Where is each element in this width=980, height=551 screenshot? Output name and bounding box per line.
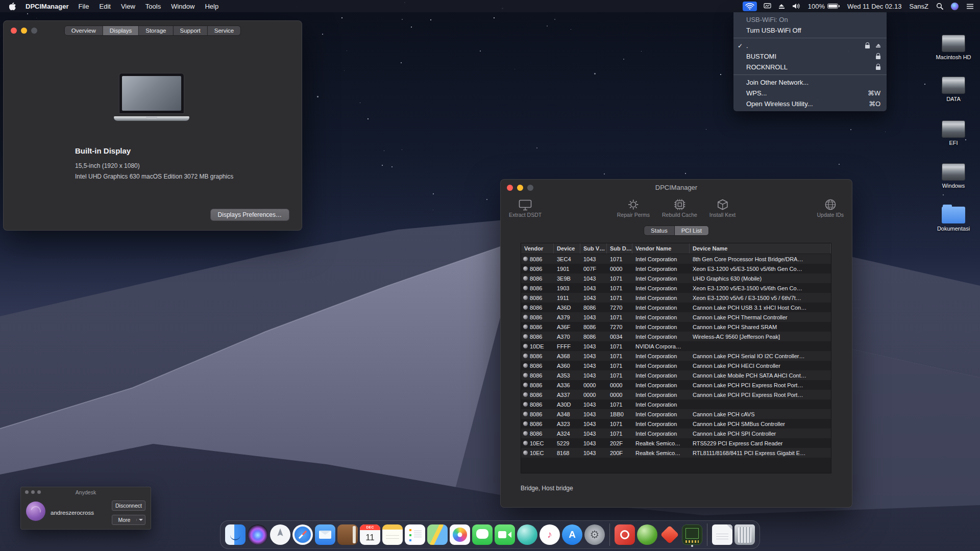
menu-view[interactable]: View xyxy=(116,3,140,10)
wifi-network-item[interactable]: BUSTOMI xyxy=(733,51,887,62)
toolbar-repair-perms[interactable]: Repair Perms xyxy=(617,197,650,218)
notification-center-icon[interactable] xyxy=(966,4,974,9)
dock-icon-safari[interactable] xyxy=(292,524,313,545)
desktop-icon-efi[interactable]: EFI xyxy=(929,120,978,146)
table-row[interactable]: 8086A36D80867270Intel CorporationCannon … xyxy=(521,303,831,312)
menu-help[interactable]: Help xyxy=(200,3,224,10)
table-row[interactable]: 8086A37910431071Intel CorporationCannon … xyxy=(521,312,831,322)
volume-menu-icon[interactable] xyxy=(792,3,800,9)
column-header-device-name[interactable]: Device Name xyxy=(690,243,831,254)
table-row[interactable]: 80863EC410431071Intel Corporation8th Gen… xyxy=(521,254,831,264)
table-row[interactable]: 80863E9B10431071Intel CorporationUHD Gra… xyxy=(521,273,831,283)
dock-icon-reminders[interactable] xyxy=(405,524,425,545)
dock-icon-calendar[interactable]: DEC11 xyxy=(360,524,380,545)
table-row[interactable]: 8086A36F80867270Intel CorporationCannon … xyxy=(521,322,831,332)
column-header-device[interactable]: Device xyxy=(554,243,580,254)
dock-icon-maps[interactable] xyxy=(427,524,448,545)
table-row[interactable]: 8086A32310431071Intel CorporationCannon … xyxy=(521,419,831,429)
menu-edit[interactable]: Edit xyxy=(94,3,115,10)
clock-menu-item[interactable]: Wed 11 Dec 02.13 xyxy=(847,3,901,10)
dock-icon-app-red[interactable] xyxy=(615,524,635,545)
dock-icon-trash[interactable] xyxy=(734,524,755,545)
table-row[interactable]: 8086A30D10431071Intel Corporation xyxy=(521,399,831,409)
dock-icon-app-store[interactable]: A xyxy=(562,524,582,545)
wifi-network-item[interactable]: ✓. xyxy=(733,40,887,51)
siri-menu-icon[interactable] xyxy=(951,3,959,10)
wifi-menu-wps[interactable]: WPS...⌘W xyxy=(733,88,887,98)
active-app-menu[interactable]: DPCIManager xyxy=(21,3,74,10)
dock-icon-messages[interactable] xyxy=(472,524,493,545)
toolbar-install-kext[interactable]: Install Kext xyxy=(709,197,736,218)
dock-icon-system-preferences[interactable]: ⚙ xyxy=(584,524,605,545)
wifi-network-item[interactable]: ROCKNROLL xyxy=(733,62,887,72)
tab-support[interactable]: Support xyxy=(174,26,208,35)
menu-tools[interactable]: Tools xyxy=(140,3,166,10)
menu-file[interactable]: File xyxy=(74,3,94,10)
dock-icon-app-pcb[interactable] xyxy=(682,524,702,545)
monitor-status-icon[interactable] xyxy=(764,3,771,9)
cell: 7270 xyxy=(607,322,632,332)
wifi-menu-join-other-network[interactable]: Join Other Network... xyxy=(733,77,887,88)
tab-pci-list[interactable]: PCI List xyxy=(675,226,708,235)
table-row[interactable]: 8086191110431071Intel CorporationXeon E3… xyxy=(521,293,831,303)
table-row[interactable]: 8086A32410431071Intel CorporationCannon … xyxy=(521,429,831,438)
menu-window[interactable]: Window xyxy=(166,3,200,10)
table-row[interactable]: 10EC81681043200FRealtek Semico…RTL8111/8… xyxy=(521,448,831,458)
eject-menu-icon[interactable] xyxy=(779,4,785,9)
table-row[interactable]: 8086A35310431071Intel CorporationCannon … xyxy=(521,370,831,380)
table-row[interactable]: 8086A34810431BB0Intel CorporationCannon … xyxy=(521,409,831,419)
wifi-menu-icon[interactable] xyxy=(743,2,757,11)
dock-icon-siri[interactable] xyxy=(248,524,268,545)
close-button[interactable] xyxy=(11,28,17,34)
table-row[interactable]: 80861901007F0000Intel CorporationXeon E3… xyxy=(521,264,831,273)
dock-icon-photos[interactable] xyxy=(450,524,470,545)
dock-icon-launchpad[interactable] xyxy=(270,524,290,545)
table-row[interactable]: 8086A36010431071Intel CorporationCannon … xyxy=(521,361,831,370)
dock-icon-contacts[interactable] xyxy=(337,524,358,545)
dock-icon-facetime[interactable] xyxy=(495,524,515,545)
column-header-vendor[interactable]: Vendor xyxy=(521,243,554,254)
table-row[interactable]: 8086A33700000000Intel CorporationCannon … xyxy=(521,390,831,399)
dock-icon-notes[interactable] xyxy=(382,524,403,545)
disconnect-button[interactable]: Disconnect xyxy=(112,500,145,511)
tab-displays[interactable]: Displays xyxy=(103,26,139,35)
dock-icon-app-green[interactable] xyxy=(637,524,657,545)
desktop-icon-data[interactable]: DATA xyxy=(929,77,978,102)
tab-storage[interactable]: Storage xyxy=(139,26,173,35)
wifi-menu-open-wireless-utility[interactable]: Open Wireless Utility...⌘O xyxy=(733,98,887,109)
column-header-sub-v[interactable]: Sub V… xyxy=(580,243,607,254)
dock-icon-mail[interactable] xyxy=(315,524,335,545)
desktop-icon-dokumentasi[interactable]: Dokumentasi xyxy=(929,205,978,232)
tab-service[interactable]: Service xyxy=(208,26,240,35)
displays-preferences-button[interactable]: Displays Preferences… xyxy=(210,209,289,221)
toolbar-extract-dsdt[interactable]: Extract DSDT xyxy=(509,197,542,218)
table-row[interactable]: 8086A36810431071Intel CorporationCannon … xyxy=(521,351,831,361)
table-row[interactable]: 10DEFFFF10431071NVIDIA Corpora… xyxy=(521,341,831,351)
wifi-toggle-item[interactable]: Turn USB-WiFi Off xyxy=(733,25,887,36)
more-button[interactable]: More xyxy=(112,515,145,525)
table-row[interactable]: 8086190310431071Intel CorporationXeon E3… xyxy=(521,283,831,293)
desktop-icon-macintosh-hd[interactable]: Macintosh HD xyxy=(929,35,978,60)
dock-icon-itunes[interactable]: ♪ xyxy=(540,524,560,545)
apple-menu-icon[interactable] xyxy=(9,3,16,10)
tab-overview[interactable]: Overview xyxy=(65,26,103,35)
minimize-button[interactable] xyxy=(21,28,27,34)
zoom-button[interactable] xyxy=(31,28,37,34)
toolbar-update-ids[interactable]: Update IDs xyxy=(817,197,844,218)
table-row[interactable]: 8086A33600000000Intel CorporationCannon … xyxy=(521,380,831,390)
toolbar-rebuild-cache[interactable]: Rebuild Cache xyxy=(662,197,697,218)
tab-status[interactable]: Status xyxy=(644,226,675,235)
table-row[interactable]: 10EC52291043202FRealtek Semico…RTS5229 P… xyxy=(521,438,831,448)
dock-icon-finder[interactable] xyxy=(225,524,246,545)
dock-icon-app-ruby[interactable] xyxy=(659,524,680,545)
dock-icon-documents-stack[interactable] xyxy=(712,524,732,545)
dock-icon-app-teal[interactable] xyxy=(517,524,537,545)
input-source-menu-item[interactable]: SansZ xyxy=(909,3,928,10)
battery-menu-item[interactable]: 100% xyxy=(808,3,840,10)
column-header-sub-d[interactable]: Sub D… xyxy=(607,243,632,254)
column-header-vendor-name[interactable]: Vendor Name xyxy=(632,243,690,254)
desktop-icon-windows[interactable]: Windows xyxy=(929,163,978,189)
pci-device-icon xyxy=(523,344,528,348)
table-row[interactable]: 8086A37080860034Intel CorporationWireles… xyxy=(521,332,831,341)
spotlight-search-icon[interactable] xyxy=(936,3,943,10)
